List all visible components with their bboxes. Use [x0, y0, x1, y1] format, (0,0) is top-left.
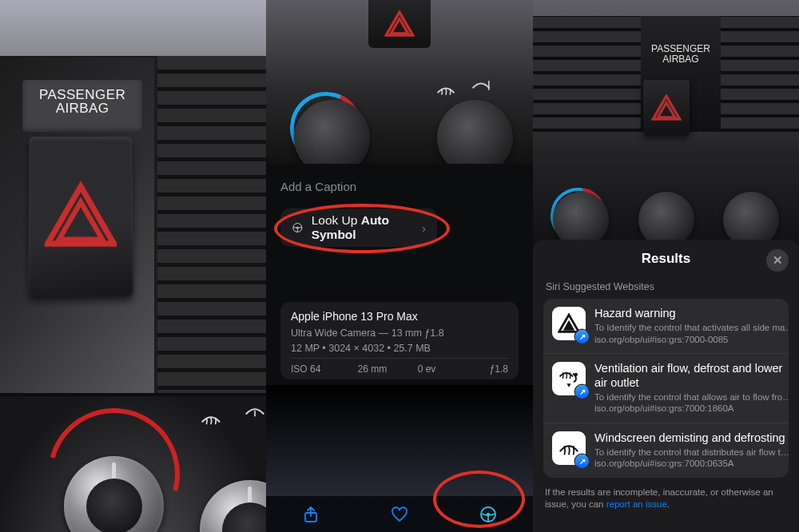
- share-icon: [301, 505, 320, 524]
- result-ventilation[interactable]: ↗ Ventilation air flow, defrost and lowe…: [543, 353, 789, 423]
- heart-icon: [390, 505, 409, 524]
- result-thumb: ↗: [552, 307, 586, 340]
- climate-control-panel: [0, 396, 266, 532]
- result-desc: To identify the control that allows air …: [594, 391, 789, 403]
- preview-knob-right: [437, 100, 513, 164]
- defrost-windshield-icon: [435, 82, 456, 98]
- close-icon: ✕: [773, 253, 783, 268]
- result-src: iso.org/obp/ui#iso:grs:7000-0085: [594, 334, 789, 345]
- defrost-footwell-icon: [471, 77, 491, 93]
- result-hazard-warning[interactable]: ↗ Hazard warning To Identify the control…: [543, 299, 789, 353]
- preview-knob-left: [294, 100, 370, 164]
- hazard-button-in-preview: [368, 0, 431, 48]
- result-thumb: ↗: [552, 431, 586, 465]
- close-button[interactable]: ✕: [766, 249, 789, 272]
- defrost-windshield-icon: [200, 411, 222, 428]
- air-vent: [154, 56, 266, 407]
- hazard-triangle-icon: [651, 94, 682, 121]
- results-list: ↗ Hazard warning To Identify the control…: [543, 299, 789, 478]
- steering-wheel-icon: [292, 220, 304, 235]
- result-title: Hazard warning: [594, 307, 789, 320]
- result-src: iso.org/obp/ui#iso:grs:7000:1860A: [594, 403, 789, 414]
- safari-badge-icon: ↗: [575, 385, 589, 399]
- airbag-label: PASSENGERAIRBAG: [645, 44, 717, 64]
- safari-badge-icon: ↗: [575, 455, 589, 468]
- footwell-airflow-icon: [244, 403, 266, 420]
- photo-lower-region: [266, 385, 533, 496]
- lookup-auto-symbol-row[interactable]: Look Up Auto Symbol ›: [280, 208, 437, 247]
- airbag-label: PASSENGERAIRBAG: [22, 88, 142, 115]
- result-desc: To Identify the control that activates a…: [594, 322, 789, 333]
- favorite-button[interactable]: [389, 504, 410, 525]
- visual-lookup-results-screen: PASSENGERAIRBAG Results ✕ Siri Suggested…: [533, 0, 799, 532]
- mode-knob: [200, 480, 266, 532]
- result-desc: To identify the control that distributes…: [594, 447, 789, 458]
- result-title: Windscreen demisting and defrosting: [594, 431, 789, 445]
- section-header: Siri Suggested Websites: [546, 281, 789, 292]
- result-src: iso.org/obp/ui#iso:grs:7000:0635A: [594, 458, 789, 469]
- photos-toolbar: [266, 496, 533, 532]
- dashboard-photo-closeup: PASSENGERAIRBAG: [0, 0, 266, 532]
- report-issue-link[interactable]: report an issue: [606, 499, 667, 509]
- device-name: Apple iPhone 13 Pro Max: [291, 310, 508, 323]
- resolution-size: 12 MP • 3024 × 4032 • 25.7 MB: [291, 343, 508, 354]
- visual-lookup-button[interactable]: [478, 504, 499, 525]
- result-thumb: ↗: [552, 362, 586, 395]
- sheet-title: Results: [543, 251, 789, 267]
- hazard-warning-button: [28, 137, 133, 296]
- hazard-triangle-icon: [45, 180, 117, 252]
- result-title: Ventilation air flow, defrost and lower …: [594, 362, 789, 390]
- results-sheet: Results ✕ Siri Suggested Websites ↗ Haza…: [533, 240, 799, 532]
- safari-badge-icon: ↗: [575, 330, 589, 343]
- lookup-label: Look Up Auto Symbol: [312, 213, 414, 242]
- windscreen-defrost-icon: [558, 438, 580, 459]
- result-windscreen-defrost[interactable]: ↗ Windscreen demisting and defrosting To…: [543, 423, 789, 478]
- photo-preview: PASSENGERAIRBAG: [533, 0, 799, 256]
- photo-preview: [266, 0, 533, 164]
- photos-info-panel: Add a Caption Look Up Auto Symbol › Appl…: [266, 0, 533, 532]
- share-button[interactable]: [300, 504, 321, 525]
- steering-wheel-icon: [479, 505, 498, 524]
- results-footnote: If the results are incomplete, inaccurat…: [543, 486, 789, 511]
- caption-field[interactable]: Add a Caption: [280, 180, 519, 193]
- svg-point-5: [574, 373, 578, 376]
- hazard-button-in-preview: [643, 80, 690, 136]
- hazard-triangle-icon: [384, 10, 415, 38]
- chevron-right-icon: ›: [422, 221, 426, 235]
- lens-info: Ultra Wide Camera — 13 mm ƒ1.8: [291, 328, 508, 339]
- exif-row: ISO 64 26 mm 0 ev ƒ1.8: [291, 358, 508, 375]
- passenger-airbag-indicator: PASSENGERAIRBAG: [22, 80, 142, 132]
- hazard-triangle-icon: [558, 313, 580, 334]
- photo-metadata-card[interactable]: Apple iPhone 13 Pro Max Ultra Wide Camer…: [280, 302, 519, 379]
